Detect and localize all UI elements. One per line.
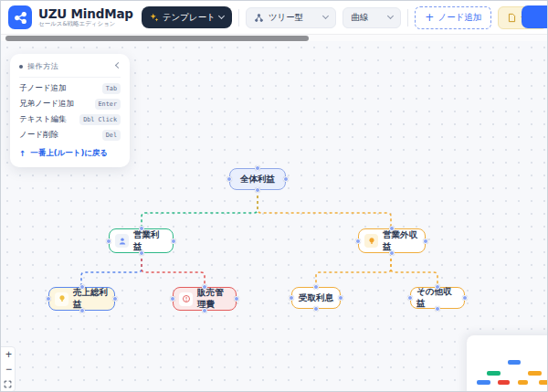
- chevron-down-icon: [322, 13, 329, 19]
- node-handle[interactable]: [355, 238, 361, 244]
- fit-view-button[interactable]: [1, 376, 15, 391]
- node-handle[interactable]: [255, 187, 260, 193]
- zoom-out-button[interactable]: −: [1, 362, 15, 376]
- shortcut-row: テキスト編集 Dbl Click: [19, 114, 121, 125]
- zoom-controls: + −: [1, 346, 16, 392]
- shortcut-key: Del: [102, 130, 121, 141]
- node-handle[interactable]: [106, 238, 111, 244]
- node-gross-label: 売上総利益: [73, 287, 109, 311]
- shortcut-label: ノード削除: [19, 130, 58, 141]
- toolbar-divider: [238, 9, 239, 26]
- minimap-node-other: [539, 380, 548, 385]
- node-interest-label: 受取利息: [299, 292, 333, 304]
- template-button-label: テンプレート: [163, 12, 216, 24]
- edge-nonop-other: [391, 253, 437, 287]
- minimap-node-sga: [498, 380, 510, 385]
- shortcut-row: 兄弟ノード追加 Enter: [19, 99, 121, 110]
- shortcut-label: 兄弟ノード追加: [19, 99, 74, 110]
- node-sga-label: 販売管理費: [197, 287, 230, 311]
- minimap-node-operating: [487, 371, 501, 376]
- node-handle[interactable]: [139, 250, 144, 256]
- sticky-note-icon: [507, 13, 517, 23]
- sparkles-icon: [150, 13, 159, 22]
- app-logo: [8, 5, 32, 29]
- node-operating-profit[interactable]: 営業利益: [109, 228, 174, 253]
- edge-operating-gross: [81, 253, 142, 287]
- node-handle[interactable]: [112, 296, 118, 302]
- minimap[interactable]: [467, 335, 548, 392]
- minimap-node-root: [508, 360, 521, 365]
- mindmap-canvas[interactable]: 全体利益 営業利益 営業外収益: [1, 41, 548, 392]
- shortcut-key: Dbl Click: [79, 114, 121, 125]
- node-operating-label: 営業利益: [133, 229, 167, 253]
- node-root[interactable]: 全体利益: [229, 168, 286, 190]
- node-handle[interactable]: [338, 295, 343, 301]
- node-handle[interactable]: [389, 250, 395, 256]
- tree-layout-icon: [254, 13, 264, 23]
- node-handle[interactable]: [435, 284, 440, 290]
- node-nonoperating-income[interactable]: 営業外収益: [358, 228, 426, 253]
- back-to-root-link[interactable]: ↑ 一番上(ルート)に戻る: [19, 148, 121, 159]
- node-handle[interactable]: [462, 295, 468, 301]
- node-root-label: 全体利益: [240, 174, 275, 185]
- chevron-down-icon: [387, 13, 394, 19]
- zoom-in-button[interactable]: +: [1, 347, 15, 362]
- lightbulb-icon: [364, 234, 378, 248]
- shortcut-label: 子ノード追加: [19, 83, 66, 94]
- layout-type-select[interactable]: ツリー型: [246, 7, 336, 28]
- node-handle[interactable]: [171, 238, 176, 244]
- node-handle[interactable]: [227, 176, 232, 182]
- template-button[interactable]: テンプレート: [142, 6, 232, 28]
- node-interest-income[interactable]: 受取利息: [291, 287, 341, 309]
- edge-root-nonoperating: [258, 190, 391, 228]
- toolbar-divider: [407, 9, 408, 26]
- edge-nonop-interest: [316, 253, 391, 287]
- node-handle[interactable]: [313, 306, 319, 312]
- node-handle[interactable]: [234, 296, 239, 302]
- node-gross-profit[interactable]: 売上総利益: [48, 287, 115, 311]
- shortcut-key: Enter: [95, 99, 121, 110]
- node-handle[interactable]: [79, 308, 85, 313]
- bullet-dot-icon: [19, 65, 23, 69]
- back-to-root-label: 一番上(ルート)に戻る: [30, 148, 108, 159]
- save-button-cutoff[interactable]: [522, 5, 548, 28]
- shortcut-row: ノード削除 Del: [19, 130, 121, 141]
- shortcut-label: テキスト編集: [19, 114, 67, 125]
- collapse-chevron-left-icon[interactable]: [115, 61, 121, 68]
- shortcut-row: 子ノード追加 Tab: [19, 83, 121, 94]
- node-nonoperating-label: 営業外収益: [383, 229, 419, 253]
- node-handle[interactable]: [435, 306, 440, 312]
- lightbulb-icon: [55, 292, 68, 306]
- node-handle[interactable]: [170, 296, 175, 302]
- toolbar-scrollbar-track[interactable]: [1, 34, 547, 41]
- minimap-node-nonoperating: [528, 371, 542, 376]
- node-sga-expenses[interactable]: 販売管理費: [173, 287, 237, 311]
- node-handle[interactable]: [389, 226, 395, 231]
- add-node-button[interactable]: + ノード追加: [415, 6, 491, 29]
- node-other-income[interactable]: その他収益: [410, 287, 465, 309]
- edge-root-operating: [142, 190, 258, 228]
- line-style-select[interactable]: 曲線: [342, 7, 401, 28]
- node-handle[interactable]: [313, 284, 319, 290]
- node-handle[interactable]: [139, 226, 144, 231]
- node-handle[interactable]: [79, 284, 85, 290]
- node-handle[interactable]: [202, 284, 207, 290]
- minimap-node-interest: [518, 380, 528, 385]
- share-network-icon: [14, 11, 27, 25]
- add-node-label: ノード追加: [437, 12, 481, 24]
- node-handle[interactable]: [423, 238, 428, 244]
- shortcut-key: Tab: [102, 83, 121, 94]
- node-handle[interactable]: [255, 165, 260, 171]
- node-handle[interactable]: [407, 295, 413, 301]
- help-panel-title: 操作方法: [27, 61, 111, 71]
- person-icon: [115, 234, 129, 248]
- app-title: UZU MindMap: [38, 7, 133, 20]
- node-handle[interactable]: [202, 308, 207, 313]
- alert-circle-icon: [179, 292, 193, 306]
- node-handle[interactable]: [289, 295, 294, 301]
- node-handle[interactable]: [46, 296, 51, 302]
- node-handle[interactable]: [283, 176, 289, 182]
- plus-icon: +: [425, 11, 434, 24]
- line-style-value: 曲線: [351, 12, 368, 24]
- edge-operating-sga: [142, 253, 205, 287]
